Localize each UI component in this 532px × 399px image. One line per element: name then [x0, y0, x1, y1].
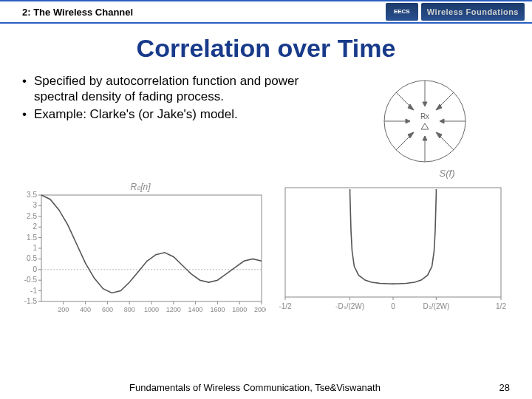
- svg-text:0: 0: [33, 265, 37, 273]
- svg-text:200: 200: [58, 306, 69, 313]
- charts-row: R₀[n] -1.5-1-0.500.511.522.533.520040060…: [0, 182, 532, 316]
- wireless-foundations-logo: Wireless Foundations: [421, 3, 525, 21]
- svg-text:1600: 1600: [210, 306, 225, 313]
- svg-text:-1: -1: [30, 287, 37, 295]
- bullet-item: •Example: Clarke's (or Jake's) model.: [22, 106, 340, 122]
- bullet-item: •Specified by autocorrelation function a…: [22, 73, 340, 105]
- page-number: 28: [488, 382, 510, 393]
- autocorrelation-chart: R₀[n] -1.5-1-0.500.511.522.533.520040060…: [15, 182, 266, 316]
- logo-group: EECS Wireless Foundations: [386, 3, 525, 21]
- svg-marker-17: [421, 123, 429, 129]
- svg-text:-Dₛ/(2W): -Dₛ/(2W): [335, 302, 364, 310]
- svg-text:-1.5: -1.5: [24, 297, 38, 305]
- svg-text:1800: 1800: [232, 306, 247, 313]
- svg-text:3: 3: [33, 201, 37, 209]
- svg-text:1200: 1200: [166, 306, 181, 313]
- header-bar: 2: The Wireless Channel EECS Wireless Fo…: [0, 0, 532, 24]
- svg-rect-62: [285, 188, 501, 297]
- svg-marker-4: [440, 119, 444, 123]
- svg-text:600: 600: [102, 306, 113, 313]
- psd-chart: -1/2-Dₛ/(2W)0Dₛ/(2W)1/2: [273, 182, 510, 316]
- svg-marker-8: [423, 136, 427, 140]
- svg-rect-18: [41, 195, 262, 301]
- svg-text:2000: 2000: [254, 306, 266, 313]
- slide-title: Correlation over Time: [0, 34, 532, 63]
- sf-axis-label: S(f): [440, 168, 455, 179]
- svg-text:2: 2: [33, 222, 37, 231]
- svg-text:1/2: 1/2: [496, 302, 506, 310]
- content-row: •Specified by autocorrelation function a…: [0, 63, 532, 179]
- svg-text:3.5: 3.5: [27, 191, 37, 199]
- svg-text:1.5: 1.5: [27, 233, 37, 242]
- svg-text:400: 400: [80, 306, 91, 313]
- svg-text:1: 1: [33, 244, 37, 252]
- footer-source: Fundamentals of Wireless Communication, …: [22, 382, 488, 393]
- svg-text:0: 0: [391, 302, 395, 310]
- eecs-logo: EECS: [386, 3, 418, 21]
- chapter-label: 2: The Wireless Channel: [22, 7, 386, 18]
- footer: Fundamentals of Wireless Communication, …: [0, 382, 532, 393]
- svg-marker-6: [423, 102, 427, 106]
- svg-text:800: 800: [124, 306, 135, 313]
- svg-text:0.5: 0.5: [27, 254, 37, 262]
- svg-text:2.5: 2.5: [27, 212, 37, 220]
- rx-label: Rx: [420, 112, 429, 120]
- svg-text:Dₛ/(2W): Dₛ/(2W): [423, 302, 450, 310]
- bullet-list: •Specified by autocorrelation function a…: [22, 73, 340, 179]
- ring-scatterer-diagram: Rx S(f): [340, 73, 510, 179]
- svg-text:-0.5: -0.5: [24, 276, 38, 284]
- svg-marker-2: [406, 119, 410, 123]
- svg-text:1000: 1000: [144, 306, 159, 313]
- svg-text:-1/2: -1/2: [279, 302, 292, 310]
- svg-text:1400: 1400: [188, 306, 203, 313]
